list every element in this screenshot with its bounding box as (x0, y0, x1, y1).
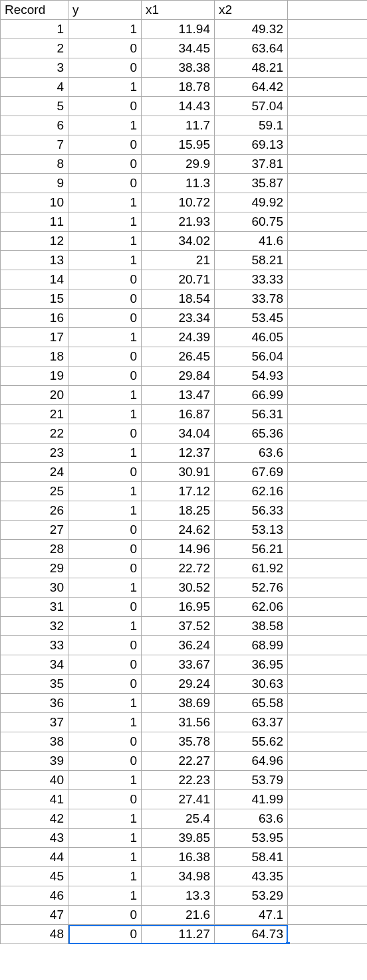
table-row[interactable]: 14020.7133.33 (1, 270, 368, 289)
table-row[interactable]: 17124.3946.05 (1, 328, 368, 347)
cell-y[interactable]: 1 (68, 20, 142, 39)
cell-x1[interactable]: 15.95 (142, 135, 215, 155)
cell-record[interactable]: 35 (1, 675, 68, 694)
cell-record[interactable]: 15 (1, 289, 68, 309)
cell-x2[interactable]: 33.78 (215, 289, 288, 309)
cell-x1[interactable]: 39.85 (142, 829, 215, 848)
cell-empty[interactable] (288, 116, 368, 135)
cell-x2[interactable]: 65.58 (215, 694, 288, 713)
cell-empty[interactable] (288, 655, 368, 675)
cell-empty[interactable] (288, 886, 368, 906)
cell-x1[interactable]: 11.7 (142, 116, 215, 135)
cell-x2[interactable]: 68.99 (215, 636, 288, 655)
cell-y[interactable]: 0 (68, 540, 142, 559)
cell-x1[interactable]: 21.93 (142, 212, 215, 232)
cell-y[interactable]: 1 (68, 328, 142, 347)
cell-empty[interactable] (288, 58, 368, 78)
cell-record[interactable]: 24 (1, 463, 68, 482)
cell-x1[interactable]: 10.72 (142, 193, 215, 212)
cell-y[interactable]: 0 (68, 655, 142, 675)
cell-record[interactable]: 16 (1, 309, 68, 328)
cell-x2[interactable]: 53.29 (215, 886, 288, 906)
table-row[interactable]: 46113.353.29 (1, 886, 368, 906)
cell-x1[interactable]: 16.87 (142, 405, 215, 424)
cell-x1[interactable]: 22.23 (142, 771, 215, 790)
cell-y[interactable]: 0 (68, 521, 142, 540)
cell-x1[interactable]: 24.39 (142, 328, 215, 347)
header-x2[interactable]: x2 (215, 1, 288, 20)
table-row[interactable]: 35029.2430.63 (1, 675, 368, 694)
cell-record[interactable]: 1 (1, 20, 68, 39)
cell-record[interactable]: 8 (1, 155, 68, 174)
cell-empty[interactable] (288, 347, 368, 367)
table-row[interactable]: 5014.4357.04 (1, 97, 368, 116)
cell-x1[interactable]: 25.4 (142, 809, 215, 829)
table-row[interactable]: 31016.9562.06 (1, 598, 368, 617)
cell-x2[interactable]: 58.41 (215, 848, 288, 867)
table-row[interactable]: 18026.4556.04 (1, 347, 368, 367)
cell-record[interactable]: 29 (1, 559, 68, 578)
cell-x2[interactable]: 62.06 (215, 598, 288, 617)
cell-y[interactable]: 1 (68, 386, 142, 405)
table-row[interactable]: 22034.0465.36 (1, 424, 368, 444)
cell-x2[interactable]: 35.87 (215, 174, 288, 193)
table-row[interactable]: 6111.759.1 (1, 116, 368, 135)
cell-y[interactable]: 1 (68, 232, 142, 251)
cell-empty[interactable] (288, 636, 368, 655)
table-row[interactable]: 48011.2764.73 (1, 925, 368, 944)
cell-x1[interactable]: 20.71 (142, 270, 215, 289)
cell-record[interactable]: 25 (1, 482, 68, 501)
cell-record[interactable]: 47 (1, 906, 68, 925)
cell-record[interactable]: 23 (1, 444, 68, 463)
cell-record[interactable]: 13 (1, 251, 68, 270)
cell-empty[interactable] (288, 598, 368, 617)
cell-x2[interactable]: 59.1 (215, 116, 288, 135)
cell-record[interactable]: 19 (1, 367, 68, 386)
cell-x2[interactable]: 63.37 (215, 713, 288, 732)
table-row[interactable]: 43139.8553.95 (1, 829, 368, 848)
cell-x2[interactable]: 63.64 (215, 39, 288, 58)
cell-x2[interactable]: 47.1 (215, 906, 288, 925)
cell-record[interactable]: 12 (1, 232, 68, 251)
cell-x1[interactable]: 29.9 (142, 155, 215, 174)
cell-x2[interactable]: 41.99 (215, 790, 288, 809)
cell-record[interactable]: 28 (1, 540, 68, 559)
cell-empty[interactable] (288, 694, 368, 713)
cell-empty[interactable] (288, 232, 368, 251)
cell-record[interactable]: 6 (1, 116, 68, 135)
cell-x1[interactable]: 34.45 (142, 39, 215, 58)
cell-y[interactable]: 1 (68, 713, 142, 732)
cell-x2[interactable]: 53.79 (215, 771, 288, 790)
table-row[interactable]: 45134.9843.35 (1, 867, 368, 886)
cell-empty[interactable] (288, 309, 368, 328)
cell-x2[interactable]: 33.33 (215, 270, 288, 289)
table-row[interactable]: 1312158.21 (1, 251, 368, 270)
table-row[interactable]: 12134.0241.6 (1, 232, 368, 251)
cell-x2[interactable]: 64.42 (215, 78, 288, 97)
table-row[interactable]: 9011.335.87 (1, 174, 368, 193)
cell-record[interactable]: 46 (1, 886, 68, 906)
cell-empty[interactable] (288, 135, 368, 155)
table-row[interactable]: 47021.647.1 (1, 906, 368, 925)
cell-empty[interactable] (288, 732, 368, 752)
cell-x1[interactable]: 34.04 (142, 424, 215, 444)
cell-x2[interactable]: 36.95 (215, 655, 288, 675)
cell-x2[interactable]: 58.21 (215, 251, 288, 270)
cell-x1[interactable]: 21.6 (142, 906, 215, 925)
cell-y[interactable]: 1 (68, 212, 142, 232)
table-row[interactable]: 16023.3453.45 (1, 309, 368, 328)
cell-x2[interactable]: 64.96 (215, 752, 288, 771)
cell-empty[interactable] (288, 675, 368, 694)
cell-y[interactable]: 1 (68, 848, 142, 867)
cell-empty[interactable] (288, 328, 368, 347)
table-row[interactable]: 26118.2556.33 (1, 501, 368, 521)
cell-y[interactable]: 0 (68, 675, 142, 694)
cell-y[interactable]: 1 (68, 405, 142, 424)
cell-y[interactable]: 1 (68, 694, 142, 713)
table-row[interactable]: 33036.2468.99 (1, 636, 368, 655)
cell-y[interactable]: 1 (68, 771, 142, 790)
table-row[interactable]: 40122.2353.79 (1, 771, 368, 790)
cell-y[interactable]: 0 (68, 732, 142, 752)
cell-y[interactable]: 1 (68, 116, 142, 135)
table-row[interactable]: 20113.4766.99 (1, 386, 368, 405)
